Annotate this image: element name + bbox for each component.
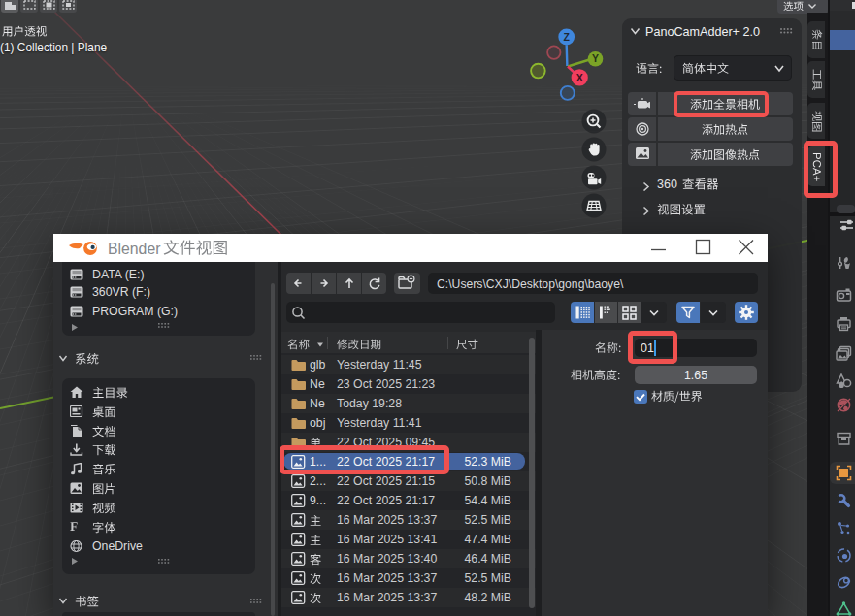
svg-text:Y: Y: [592, 52, 599, 64]
svg-text:X: X: [576, 72, 583, 83]
svg-text:Z: Z: [563, 31, 570, 43]
